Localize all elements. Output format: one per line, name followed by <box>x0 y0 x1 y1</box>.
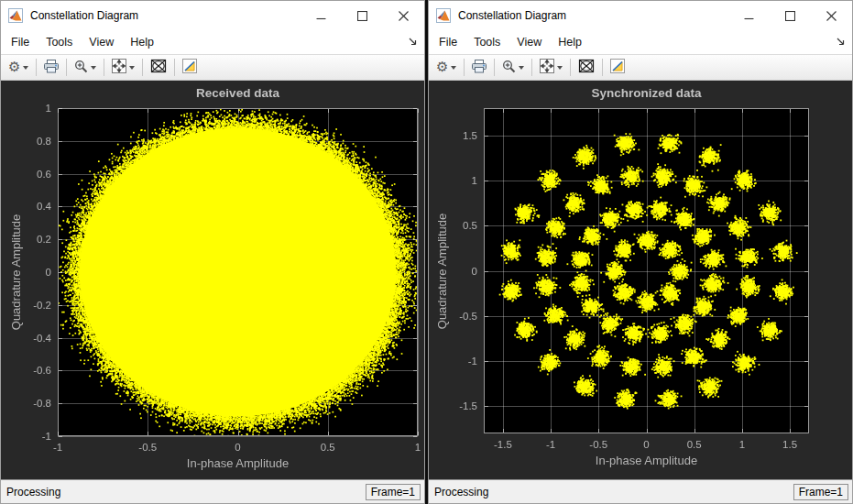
toolbar-separator <box>464 59 465 76</box>
plot-title: Received data <box>58 86 418 100</box>
toolbar-separator <box>494 59 495 76</box>
status-message: Processing <box>4 486 366 499</box>
signal-quality-icon <box>610 59 625 76</box>
matlab-app-icon <box>8 8 23 23</box>
x-tick-label: -0.5 <box>138 442 157 453</box>
printer-icon <box>472 60 487 76</box>
toolbar-separator <box>531 59 532 76</box>
minimize-button[interactable] <box>301 1 342 30</box>
close-button[interactable] <box>811 1 852 30</box>
y-axis-label: Quadrature Amplitude <box>435 213 449 328</box>
figure-area-synchronized: Synchronized data In-phase Amplitude Qua… <box>429 81 852 479</box>
signal-quality-button[interactable] <box>179 57 201 78</box>
window-title: Constellation Diagram <box>458 9 728 22</box>
toolbar-separator <box>174 59 175 76</box>
zoom-in-button[interactable] <box>71 58 100 78</box>
y-tick-label: 0.6 <box>37 169 51 180</box>
constellation-properties-button[interactable] <box>574 57 598 78</box>
x-tick-label: 0 <box>643 439 649 450</box>
y-tick-label: 0 <box>472 266 477 277</box>
y-tick-label: 0 <box>46 267 51 278</box>
maximize-button[interactable] <box>342 1 383 30</box>
caret-down-icon <box>23 66 28 70</box>
y-tick-label: 1 <box>46 103 51 114</box>
zoom-in-button[interactable] <box>498 58 528 78</box>
caret-down-icon <box>451 66 456 70</box>
y-tick-label: 0.4 <box>37 201 51 212</box>
gear-icon: ⚙ <box>8 60 20 74</box>
dock-arrow-icon[interactable] <box>408 37 418 47</box>
figure-area-received: Received data In-phase Amplitude Quadrat… <box>1 81 424 479</box>
x-tick-label: 0 <box>235 442 240 453</box>
y-tick-label: -0.2 <box>33 300 51 311</box>
frame-counter: Frame=1 <box>366 484 421 500</box>
y-tick-label: -1.5 <box>459 400 477 411</box>
x-tick-label: 0.5 <box>321 442 335 453</box>
print-button[interactable] <box>40 58 62 78</box>
zoom-in-icon <box>502 60 516 76</box>
toolbar-separator <box>66 59 67 76</box>
frame-counter: Frame=1 <box>793 484 848 500</box>
plot-title: Synchronized data <box>484 86 809 100</box>
menu-file[interactable]: File <box>1 30 38 54</box>
x-tick-label: -0.5 <box>589 439 607 450</box>
toolbar-separator <box>142 59 143 76</box>
menu-file[interactable]: File <box>429 30 465 54</box>
x-tick-label: 1 <box>415 442 421 453</box>
x-tick-label: -1 <box>53 442 62 453</box>
toolbar-separator <box>602 59 603 76</box>
y-tick-label: 0.8 <box>37 136 51 147</box>
toolbar-separator <box>104 59 104 76</box>
y-tick-label: -1 <box>42 431 51 442</box>
settings-button[interactable]: ⚙ <box>5 59 32 76</box>
fit-to-view-button[interactable] <box>536 57 566 78</box>
y-tick-label: -0.5 <box>459 311 477 322</box>
caret-down-icon <box>91 66 96 70</box>
y-tick-label: 1 <box>472 175 477 186</box>
y-tick-label: -0.4 <box>33 333 51 344</box>
x-axis-label: In-phase Amplitude <box>484 454 809 467</box>
close-button[interactable] <box>383 1 424 30</box>
menu-help[interactable]: Help <box>550 30 590 54</box>
title-bar[interactable]: Constellation Diagram <box>429 1 852 30</box>
menu-tools[interactable]: Tools <box>465 30 509 54</box>
zoom-in-icon <box>74 60 88 76</box>
menu-help[interactable]: Help <box>122 30 162 54</box>
menu-tools[interactable]: Tools <box>38 30 81 54</box>
window-received: Constellation Diagram File Tools View He… <box>0 0 425 504</box>
y-axis-label: Quadrature Amplitude <box>9 214 23 330</box>
gear-icon: ⚙ <box>436 60 448 74</box>
x-tick-label: -1.5 <box>494 439 512 450</box>
menu-view[interactable]: View <box>509 30 550 54</box>
title-bar[interactable]: Constellation Diagram <box>1 1 424 30</box>
minimize-button[interactable] <box>728 1 770 30</box>
y-tick-label: -0.6 <box>33 365 51 376</box>
menu-view[interactable]: View <box>81 30 122 54</box>
printer-icon <box>44 60 59 76</box>
fit-to-view-icon <box>112 59 126 76</box>
constellation-properties-button[interactable] <box>147 57 170 78</box>
toolbar: ⚙ <box>429 54 852 81</box>
menu-bar: File Tools View Help <box>1 30 424 54</box>
x-tick-label: -1 <box>546 439 555 450</box>
y-tick-label: 0.2 <box>37 234 51 245</box>
toolbar: ⚙ <box>1 54 424 81</box>
y-tick-label: 1.5 <box>463 130 477 141</box>
fit-to-view-button[interactable] <box>108 57 138 78</box>
window-synchronized: Constellation Diagram File Tools View He… <box>428 0 853 504</box>
signal-quality-icon <box>182 59 197 76</box>
print-button[interactable] <box>468 58 490 78</box>
status-bar: Processing Frame=1 <box>429 479 852 503</box>
constellation-icon <box>150 59 167 76</box>
dock-arrow-icon[interactable] <box>836 37 846 47</box>
status-message: Processing <box>432 486 793 499</box>
matlab-app-icon <box>436 8 451 23</box>
toolbar-separator <box>570 59 571 76</box>
y-tick-label: -0.8 <box>33 398 51 409</box>
x-tick-label: 0.5 <box>687 439 702 450</box>
signal-quality-button[interactable] <box>607 57 629 78</box>
maximize-button[interactable] <box>770 1 811 30</box>
x-tick-label: 1.5 <box>782 439 797 450</box>
x-tick-label: 1 <box>739 439 745 450</box>
settings-button[interactable]: ⚙ <box>432 59 460 76</box>
